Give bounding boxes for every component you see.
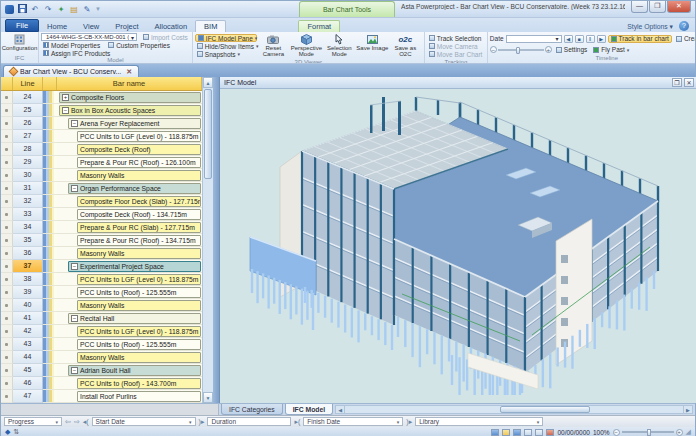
ifc-model-pane-toggle[interactable]: IFC Model Pane▾ — [195, 34, 257, 42]
table-row[interactable]: 42PCC Units to LGF (Level 0) - 118.875m — [1, 325, 202, 338]
move-bar-chart-button[interactable]: Move Bar Chart — [427, 50, 485, 58]
row-name-cell[interactable]: −Box in Box Acoustic Spaces — [57, 104, 202, 117]
horizontal-scrollbar[interactable]: ◀ ▶ — [335, 405, 693, 414]
configuration-button[interactable]: Configuration — [3, 33, 36, 55]
row-line-number[interactable]: 31 — [13, 182, 43, 195]
minimize-button[interactable]: — — [631, 1, 648, 13]
row-line-number[interactable]: 43 — [13, 338, 43, 351]
track-selection-button[interactable]: Track Selection — [427, 34, 485, 42]
row-line-number[interactable]: 36 — [13, 247, 43, 260]
row-height-icon[interactable]: ⇅ — [13, 428, 19, 436]
scroll-down-icon[interactable]: ▼ — [203, 392, 213, 403]
table-row[interactable]: 27PCC Units to LGF (Level 0) - 118.875m — [1, 130, 202, 143]
redo-icon[interactable]: ↷ — [43, 5, 53, 14]
close-button[interactable]: ✕ — [667, 1, 691, 13]
resize-grip[interactable]: ◢ — [686, 428, 691, 436]
collapse-icon[interactable]: − — [71, 315, 78, 322]
row-line-number[interactable]: 24 — [13, 91, 43, 104]
table-row[interactable]: 38PCC Units to LGF (Level 0) - 118.875m — [1, 273, 202, 286]
tab-allocation[interactable]: Allocation — [147, 21, 196, 32]
table-row[interactable]: 43PCC Units to (Roof) - 125.555m — [1, 338, 202, 351]
settings-button[interactable]: Settings — [554, 46, 590, 54]
table-row[interactable]: 30Masonry Walls — [1, 169, 202, 182]
collapse-icon[interactable]: − — [71, 185, 78, 192]
float-panel-icon[interactable]: ❐ — [672, 78, 682, 87]
table-row[interactable]: 28Composite Deck (Roof) — [1, 143, 202, 156]
edit-icon[interactable]: ✎ — [82, 5, 92, 14]
row-name-cell[interactable]: −Experimental Project Space — [57, 260, 202, 273]
table-row[interactable]: 45−Adrian Boult Hall — [1, 364, 202, 377]
row-line-number[interactable]: 32 — [13, 195, 43, 208]
view-mode-2-icon[interactable] — [502, 429, 510, 436]
ifc-3d-viewport[interactable] — [220, 89, 696, 403]
row-line-number[interactable]: 42 — [13, 325, 43, 338]
ifc-revision-dropdown[interactable]: 1464-WHG-S-CB-XX-MD-001 (Revi ▾ — [41, 33, 137, 41]
close-tab-icon[interactable]: ✕ — [126, 68, 132, 76]
row-name-cell[interactable]: PCC Units to (Roof) - 125.555m — [57, 338, 202, 351]
row-line-number[interactable]: 46 — [13, 377, 43, 390]
hscrollbar-thumb[interactable] — [500, 406, 590, 413]
reschedule-icon[interactable]: ✦ — [56, 5, 66, 14]
move-camera-button[interactable]: Move Camera — [427, 42, 485, 50]
table-row[interactable]: 29Prepare & Pour RC (Roof) - 126.100m — [1, 156, 202, 169]
undo-icon[interactable]: ↶ — [30, 5, 40, 14]
style-options[interactable]: Style Options ▾ — [627, 23, 673, 31]
help-icon[interactable]: ? — [679, 21, 689, 31]
row-name-cell[interactable]: Prepare & Pour RC (Roof) - 126.100m — [57, 156, 202, 169]
play-button[interactable]: ▶ — [597, 35, 606, 43]
table-row[interactable]: 47Install Roof Purlins — [1, 390, 202, 403]
view-mode-4-icon[interactable] — [524, 429, 532, 436]
finish-date-field[interactable]: Finish Date▾ — [303, 417, 403, 426]
snapshots-button[interactable]: Snapshots▾ — [195, 50, 257, 58]
row-name-cell[interactable]: Masonry Walls — [57, 351, 202, 364]
prev-arrow-icon[interactable]: ⇦ — [65, 417, 71, 426]
scroll-right-icon[interactable]: ▶ — [683, 406, 692, 413]
row-name-cell[interactable]: +Composite Floors — [57, 91, 202, 104]
row-line-number[interactable]: 35 — [13, 234, 43, 247]
collapse-icon[interactable]: − — [62, 107, 69, 114]
table-row[interactable]: 36Masonry Walls — [1, 247, 202, 260]
row-name-cell[interactable]: Masonry Walls — [57, 299, 202, 312]
create-video-button[interactable]: Create Video — [674, 35, 695, 43]
row-line-number[interactable]: 39 — [13, 286, 43, 299]
save-as-o2c-button[interactable]: o2c Save as O2C — [389, 33, 422, 59]
library-field[interactable]: Library▾ — [415, 417, 543, 426]
table-row[interactable]: 24+Composite Floors — [1, 91, 202, 104]
document-tab[interactable]: Bar Chart View - BCU Conserv... ✕ — [3, 65, 139, 77]
table-row[interactable]: 32Composite Floor Deck (Slab) - 127.715m — [1, 195, 202, 208]
row-name-cell[interactable]: PCC Units to LGF (Level 0) - 118.875m — [57, 325, 202, 338]
row-name-cell[interactable]: Prepare & Pour RC (Slab) - 127.715m — [57, 221, 202, 234]
track-in-bar-chart-toggle[interactable]: Track in bar chart — [608, 35, 672, 43]
table-row[interactable]: 44Masonry Walls — [1, 351, 202, 364]
open-icon[interactable]: ▤ — [69, 5, 79, 14]
row-name-cell[interactable]: −Arena Foyer Replacement — [57, 117, 202, 130]
maximize-button[interactable]: ❐ — [649, 1, 666, 13]
table-vertical-scrollbar[interactable]: ▲ ▼ — [202, 77, 213, 403]
row-name-cell[interactable]: −Recital Hall — [57, 312, 202, 325]
zoom-slider[interactable]: − + — [613, 429, 683, 436]
collapse-icon[interactable]: − — [71, 263, 78, 270]
table-row[interactable]: 34Prepare & Pour RC (Slab) - 127.715m — [1, 221, 202, 234]
perspective-mode-button[interactable]: Perspective Mode — [290, 33, 323, 59]
table-row[interactable]: 31−Organ Performance Space — [1, 182, 202, 195]
row-name-cell[interactable]: PCC Units to (Roof) - 143.700m — [57, 377, 202, 390]
row-name-cell[interactable]: PCC Units to (Roof) - 125.555m — [57, 286, 202, 299]
row-line-number[interactable]: 40 — [13, 299, 43, 312]
next-arrow-icon[interactable]: ⇨ — [74, 417, 80, 426]
table-row[interactable]: 26−Arena Foyer Replacement — [1, 117, 202, 130]
stop-button[interactable]: ■ — [575, 35, 584, 43]
tab-format[interactable]: Format — [298, 20, 340, 32]
row-name-cell[interactable]: −Adrian Boult Hall — [57, 364, 202, 377]
save-icon[interactable] — [17, 4, 27, 15]
tab-project[interactable]: Project — [107, 21, 146, 32]
hide-show-items-button[interactable]: Hide/Show Items▾ — [195, 42, 257, 50]
collapse-icon[interactable]: − — [71, 120, 78, 127]
table-row[interactable]: 35Prepare & Pour RC (Roof) - 134.715m — [1, 234, 202, 247]
view-mode-3-icon[interactable] — [513, 429, 521, 436]
goto-icon[interactable]: ◆ — [5, 428, 10, 436]
save-image-button[interactable]: Save Image — [356, 33, 389, 59]
qat-dropdown-icon[interactable]: ▼ — [95, 6, 101, 12]
bar-name-column-header[interactable]: Bar name — [57, 77, 202, 90]
start-date-field[interactable]: Start Date▾ — [92, 417, 196, 426]
app-icon[interactable] — [5, 5, 14, 14]
